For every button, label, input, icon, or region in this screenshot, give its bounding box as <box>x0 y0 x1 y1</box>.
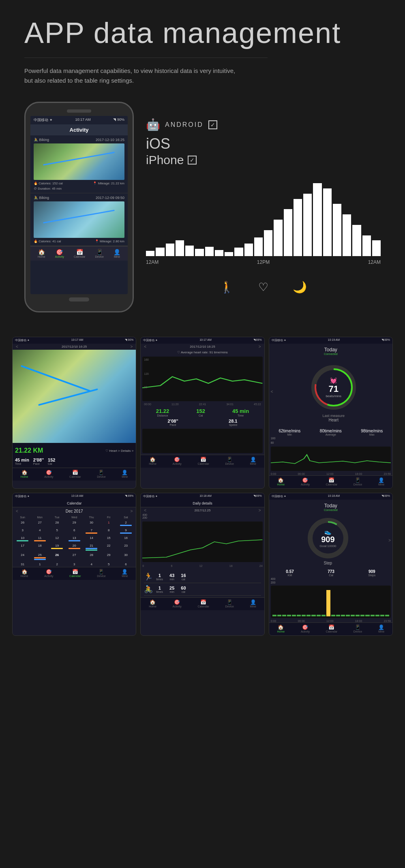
cal-d5[interactable]: 5 <box>49 528 65 535</box>
cal-d20[interactable]: 20 <box>66 543 82 552</box>
cal-d4b[interactable]: 4 <box>83 562 100 567</box>
cal-d30b[interactable]: 30 <box>118 552 134 561</box>
cal-d27b[interactable]: 27 <box>66 552 82 561</box>
nav-home[interactable]: 🏠 Home <box>38 249 45 258</box>
cal-d2[interactable]: 2 <box>118 520 134 527</box>
cal-d16[interactable]: 16 <box>118 535 134 543</box>
daily-prev[interactable]: < <box>144 508 146 513</box>
nav-act-steps[interactable]: 🎯Activity <box>301 624 310 633</box>
hrc-connected: Connected <box>271 353 391 355</box>
cal-d17[interactable]: 17 <box>14 543 31 552</box>
ss-steps-time: 10:18 AM <box>328 494 340 498</box>
cal-d3b[interactable]: 3 <box>66 562 82 567</box>
cal-d1[interactable]: 1 <box>100 520 117 527</box>
cal-d29b[interactable]: 29 <box>100 552 117 561</box>
cal-d15[interactable]: 15 <box>100 535 117 543</box>
nav-home-map[interactable]: 🏠Home <box>21 470 28 478</box>
nav-dev-cal[interactable]: 📱Device <box>97 569 105 577</box>
cal-d12[interactable]: 12 <box>49 535 65 543</box>
nav-dev-steps[interactable]: 📱Device <box>354 624 362 633</box>
cal-d21[interactable]: 21 <box>83 543 100 552</box>
cal-sat: Sat <box>118 515 134 520</box>
nav-dev-daily[interactable]: 📱Device <box>225 599 234 608</box>
cal-d11[interactable]: 11 <box>31 535 48 543</box>
cal-d3[interactable]: 3 <box>14 528 31 535</box>
nav-home-daily[interactable]: 🏠Home <box>149 599 156 608</box>
nav-mine-map[interactable]: 👤Mine <box>122 470 128 478</box>
time-text: 10:17 AM <box>75 118 90 123</box>
nav-mine-cal[interactable]: 👤Mine <box>122 569 128 577</box>
nav-calendar[interactable]: 📅 Calendar <box>74 249 85 258</box>
nav-act-hrc[interactable]: 🎯Activity <box>301 477 310 486</box>
nav-cal-hrc[interactable]: 📅Calendar <box>326 477 337 486</box>
cal-hrc-icon: 📅 <box>326 477 337 483</box>
nav-activity[interactable]: 🎯 Activity <box>55 249 64 258</box>
cal-d25[interactable]: 25 <box>31 552 48 561</box>
cal-d4[interactable]: 4 <box>31 528 48 535</box>
nav-act-daily[interactable]: 🎯Activity <box>173 599 182 608</box>
cal-d29[interactable]: 29 <box>66 520 82 527</box>
hr-y-160: 160 <box>144 358 149 361</box>
nav-mine-hr[interactable]: 👤Mine <box>250 457 256 465</box>
nav-home-steps[interactable]: 🏠Home <box>277 624 285 633</box>
steps-chevron-right[interactable]: > <box>387 538 392 543</box>
cal-d22[interactable]: 22 <box>100 543 117 552</box>
cal-next[interactable]: > <box>130 509 133 513</box>
cal-d18[interactable]: 18 <box>31 543 48 552</box>
cal-d30[interactable]: 30 <box>83 520 100 527</box>
nav-activity-map[interactable]: 🎯Activity <box>44 470 53 478</box>
cal-d28b[interactable]: 28 <box>83 552 100 561</box>
nav-home-hrc[interactable]: 🏠Home <box>277 477 285 486</box>
chevron-right[interactable]: > <box>130 344 133 349</box>
nav-act-cal[interactable]: 🎯Activity <box>44 569 53 577</box>
cal-d1b[interactable]: 1 <box>31 562 48 567</box>
hr-chevron-right[interactable]: > <box>259 344 261 349</box>
cal-d8[interactable]: 8 <box>100 528 117 535</box>
chevron-left[interactable]: < <box>16 344 18 349</box>
hr-chart-area: 160 120 80 <box>142 357 262 401</box>
nav-home-cal[interactable]: 🏠Home <box>21 569 28 577</box>
map-route-1 <box>21 365 91 392</box>
nav-mine-hrc[interactable]: 👤Mine <box>378 477 384 486</box>
cal-d14[interactable]: 14 <box>83 535 100 543</box>
hrc-header: Today Connected <box>269 344 392 357</box>
cal-d9[interactable]: 9 <box>118 528 134 535</box>
hrc-y-160: 160 <box>269 436 392 440</box>
nav-home-hr[interactable]: 🏠Home <box>149 457 156 465</box>
heart-detail-link[interactable]: ♡ Heart > Details > <box>105 449 133 453</box>
phone-home-button[interactable] <box>69 297 89 301</box>
nav-dev-hr[interactable]: 📱Device <box>225 457 234 465</box>
nav-dev-map[interactable]: 📱Device <box>97 470 105 478</box>
cal-d26b[interactable]: 26 <box>49 552 65 561</box>
hrc-chevron-left[interactable]: < <box>269 389 275 394</box>
nav-mine-steps[interactable]: 👤Mine <box>378 624 384 633</box>
nav-dev-hrc[interactable]: 📱Device <box>354 477 362 486</box>
cal-d6b[interactable]: 6 <box>118 562 134 567</box>
cal-d23[interactable]: 23 <box>118 543 134 552</box>
nav-cal-map[interactable]: 📅Calendar <box>69 470 81 478</box>
cal-d10[interactable]: 10 <box>14 535 31 543</box>
cal-d19[interactable]: 19 <box>49 543 65 552</box>
cal-d31[interactable]: 31 <box>14 562 31 567</box>
nav-device[interactable]: 📱 Device <box>95 249 104 258</box>
cal-d28[interactable]: 28 <box>49 520 65 527</box>
cal-d5b[interactable]: 5 <box>100 562 117 567</box>
cal-d24[interactable]: 24 <box>14 552 31 561</box>
nav-cal-hr[interactable]: 📅Calendar <box>197 457 209 465</box>
nav-cal-daily[interactable]: 📅Calendar <box>197 599 209 608</box>
cal-d7[interactable]: 7 <box>83 528 100 535</box>
hr-chart-svg <box>142 357 262 401</box>
daily-next[interactable]: > <box>259 508 261 513</box>
nav-mine[interactable]: 👤 Mine <box>114 249 120 258</box>
cal-prev[interactable]: < <box>16 509 18 513</box>
hr-chevron-left[interactable]: < <box>144 344 146 349</box>
nav-mine-daily[interactable]: 👤Mine <box>250 599 256 608</box>
cal-d27[interactable]: 27 <box>31 520 48 527</box>
cal-d2b[interactable]: 2 <box>49 562 65 567</box>
nav-cal-steps[interactable]: 📅Calendar <box>326 624 337 633</box>
cal-d6[interactable]: 6 <box>66 528 82 535</box>
cal-d13[interactable]: 13 <box>66 535 82 543</box>
nav-cal-cal[interactable]: 📅Calendar <box>69 569 81 577</box>
nav-act-hr[interactable]: 🎯Activity <box>173 457 182 465</box>
cal-d26[interactable]: 26 <box>14 520 31 527</box>
